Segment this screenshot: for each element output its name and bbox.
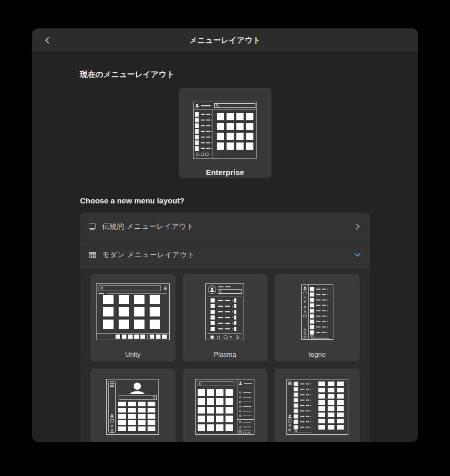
back-button[interactable] [40, 28, 55, 52]
category-label: モダン メニューレイアウト [102, 250, 348, 260]
unity-layout-sketch [96, 283, 170, 340]
layout-thumbnail [195, 369, 254, 442]
layout-thumbnail [301, 274, 333, 350]
modern-layouts-grid: Unity [80, 269, 370, 442]
page-title: メニューレイアウト [32, 36, 418, 45]
current-layout-thumbnail [193, 88, 257, 166]
layout-card-sidebar-avatar-grid[interactable] [90, 369, 175, 442]
back-chevron-icon [43, 36, 52, 44]
layout-name: togne [309, 350, 326, 359]
layout-thumbnail [106, 369, 159, 442]
choose-layout-heading: Choose a new menu layout? [80, 178, 370, 205]
layout-category-list: 伝統的 メニューレイアウト モダン メニューレイアウト [80, 213, 370, 442]
layout-name: Plasma [214, 350, 236, 359]
category-row-modern[interactable]: モダン メニューレイアウト [80, 241, 370, 269]
current-layout-card: Enterprise [179, 88, 271, 178]
monitor-icon [88, 223, 97, 231]
layout-card-togne[interactable]: togne [275, 274, 360, 361]
layout-thumbnail [286, 369, 348, 442]
togne-layout-sketch [301, 284, 333, 340]
category-label: 伝統的 メニューレイアウト [102, 222, 348, 231]
enterprise-layout-sketch [193, 102, 257, 158]
layout-name: Unity [125, 350, 141, 359]
current-layout-heading: 現在のメニューレイアウト [80, 53, 370, 80]
layout-card-list-and-grid[interactable] [275, 369, 360, 442]
layout-card-plasma[interactable]: Plasma [183, 274, 268, 361]
list-and-grid-layout-sketch [286, 379, 348, 435]
layout-card-unity[interactable]: Unity [90, 274, 175, 361]
dialog-content: 現在のメニューレイアウト Enterprise [32, 53, 418, 442]
layout-card-grid-right-sidebar[interactable] [183, 369, 268, 442]
menu-layout-dialog: メニューレイアウト 現在のメニューレイアウト [32, 28, 418, 442]
plasma-layout-sketch [205, 283, 244, 340]
category-row-traditional[interactable]: 伝統的 メニューレイアウト [80, 213, 370, 241]
dialog-titlebar: メニューレイアウト [32, 28, 418, 53]
layout-thumbnail [96, 274, 170, 350]
grid-icon [88, 251, 97, 259]
current-layout-name: Enterprise [206, 168, 244, 177]
chevron-right-icon [353, 223, 362, 231]
grid-right-sidebar-layout-sketch [195, 379, 254, 435]
sidebar-avatar-grid-layout-sketch [106, 379, 159, 435]
chevron-down-icon [353, 251, 362, 259]
layout-thumbnail [205, 274, 244, 350]
